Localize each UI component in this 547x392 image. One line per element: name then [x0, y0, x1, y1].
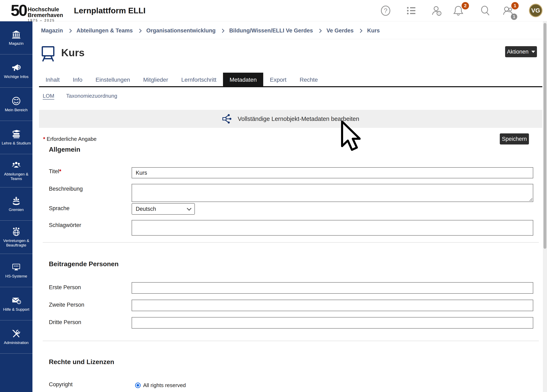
- university-logo: 50 Hochschule Bremerhaven 1975 – 2025: [11, 1, 63, 22]
- tab-mitglieder[interactable]: Mitglieder: [137, 74, 175, 86]
- sidebar-item-gremien[interactable]: Gremien: [0, 187, 33, 221]
- sidebar-item-vertretungen-beauftragte[interactable]: Vertretungen & Beauftragte: [0, 221, 33, 254]
- caret-down-icon: [531, 51, 535, 53]
- globe-people-icon: [12, 227, 21, 237]
- aktionen-button[interactable]: Aktionen: [505, 46, 537, 57]
- page-title: Kurs: [61, 47, 85, 59]
- schlagwoerter-label: Schlagwörter: [49, 222, 81, 229]
- section-heading-allgemein: Allgemein: [49, 146, 80, 153]
- svg-text:!: !: [438, 11, 440, 16]
- section-heading-rechte: Rechte und Lizenzen: [49, 358, 114, 366]
- breadcrumb-item[interactable]: Magazin: [41, 27, 63, 34]
- search-icon[interactable]: [480, 5, 491, 16]
- zweite-person-input[interactable]: [132, 300, 533, 311]
- subtab-taxonomiezuordnung[interactable]: Taxonomiezuordnung: [66, 93, 117, 99]
- sidebar-item-abteilungen-teams[interactable]: Abteilungen & Teams: [0, 154, 33, 187]
- list-menu-icon[interactable]: [405, 5, 417, 16]
- dritte-person-input[interactable]: [132, 317, 533, 329]
- sprache-select[interactable]: Deutsch: [132, 203, 195, 215]
- smiley-icon: [12, 96, 21, 106]
- course-icon: [40, 46, 56, 62]
- contacts-count-badge: 1: [511, 14, 517, 20]
- scrollbar-thumb[interactable]: [544, 23, 546, 249]
- copyright-radio-row: All rights reserved: [135, 382, 186, 389]
- breadcrumb-item-current[interactable]: Kurs: [367, 27, 380, 34]
- breadcrumb-item[interactable]: Ve Gerdes: [327, 27, 354, 34]
- sidebar-item-wichtige-infos[interactable]: Wichtige Infos: [0, 54, 33, 88]
- tools-icon: [12, 329, 21, 338]
- bank-icon: [12, 30, 21, 39]
- erste-person-label: Erste Person: [49, 284, 81, 291]
- megaphone-icon: [12, 63, 21, 73]
- top-header: 50 Hochschule Bremerhaven 1975 – 2025 Le…: [0, 0, 547, 21]
- breadcrumb-item[interactable]: Organisationsentwicklung: [146, 27, 216, 34]
- sidebar-item-mein-bereich[interactable]: Mein Bereich: [0, 88, 33, 121]
- section-divider: [43, 242, 539, 243]
- monitor-password-icon: ***: [12, 263, 21, 272]
- sprache-label: Sprache: [49, 205, 70, 212]
- committee-icon: [12, 196, 21, 205]
- copyright-label: Copyright: [49, 381, 73, 388]
- app-title: Lernplattform ELLI: [74, 6, 146, 15]
- subtab-bar: LOM Taxonomiezuordnung: [43, 93, 117, 99]
- tab-rechte[interactable]: Rechte: [293, 74, 324, 86]
- section-heading-beitragende: Beitragende Personen: [49, 260, 119, 268]
- books-graduation-icon: [12, 129, 21, 139]
- tab-inhalt[interactable]: Inhalt: [39, 74, 66, 86]
- sidebar-item-administration[interactable]: Administration: [0, 320, 33, 354]
- tab-einstellungen[interactable]: Einstellungen: [89, 74, 137, 86]
- help-icon[interactable]: ?: [380, 5, 391, 16]
- svg-text:?: ?: [384, 7, 387, 14]
- erste-person-input[interactable]: [132, 282, 533, 294]
- banner-label: Vollständige Lernobjekt-Metadaten bearbe…: [238, 115, 359, 122]
- app-root: 50 Hochschule Bremerhaven 1975 – 2025 Le…: [0, 0, 547, 392]
- chevron-right-icon: [137, 29, 142, 33]
- titel-label: Titel*: [49, 168, 62, 175]
- tab-underline: [39, 86, 542, 87]
- tab-lernfortschritt[interactable]: Lernfortschritt: [175, 74, 223, 86]
- beschreibung-label: Beschreibung: [49, 186, 83, 192]
- tab-export[interactable]: Export: [263, 74, 293, 86]
- avatar[interactable]: VG: [529, 4, 542, 17]
- breadcrumb-item[interactable]: Abteilungen & Teams: [77, 27, 133, 34]
- logo-50: 50: [11, 1, 27, 19]
- tab-info[interactable]: Info: [66, 74, 89, 86]
- chevron-right-icon: [318, 29, 322, 33]
- zweite-person-label: Zweite Person: [49, 302, 84, 308]
- sidebar-item-hilfe-support[interactable]: ? Hilfe & Support: [0, 287, 33, 320]
- svg-text:***: ***: [14, 264, 19, 269]
- people-group-icon: [12, 161, 21, 170]
- tab-metadaten[interactable]: Metadaten: [223, 73, 263, 86]
- titel-input[interactable]: [132, 167, 533, 178]
- beschreibung-field: [132, 184, 533, 202]
- user-alert-icon[interactable]: !: [431, 5, 442, 16]
- sidebar-item-hs-systeme[interactable]: *** HS-Systeme: [0, 254, 33, 287]
- chevron-down-icon: [187, 206, 191, 211]
- copyright-option-label: All rights reserved: [143, 382, 186, 389]
- sidebar-item-lehre-studium[interactable]: Lehre & Studium: [0, 121, 33, 154]
- chevron-right-icon: [68, 29, 72, 33]
- main-sidebar: Magazin Wichtige Infos Mein Bereich: [0, 21, 33, 392]
- header-divider: [39, 39, 542, 39]
- notification-count-badge: 2: [462, 2, 469, 9]
- schlagwoerter-input[interactable]: [132, 220, 533, 236]
- chevron-right-icon: [358, 29, 362, 33]
- section-divider: [43, 341, 539, 341]
- edit-full-metadata-banner[interactable]: Vollständige Lernobjekt-Metadaten bearbe…: [39, 110, 542, 128]
- subtab-lom[interactable]: LOM: [43, 93, 54, 99]
- dritte-person-label: Dritte Person: [49, 319, 81, 325]
- svg-text:?: ?: [18, 301, 20, 304]
- breadcrumb: Magazin Abteilungen & Teams Organisation…: [41, 27, 380, 34]
- sidebar-item-magazin[interactable]: Magazin: [0, 21, 33, 54]
- speichern-button[interactable]: Speichern: [500, 133, 529, 144]
- metadata-nodes-icon: [222, 114, 232, 124]
- copyright-radio-checked[interactable]: [135, 383, 141, 388]
- contacts-new-badge: 1: [511, 2, 519, 9]
- required-hint: * Erforderliche Angabe: [43, 136, 96, 142]
- chevron-right-icon: [220, 29, 225, 33]
- mail-question-icon: ?: [12, 296, 21, 305]
- beschreibung-textarea[interactable]: [132, 184, 533, 202]
- tab-bar: Inhalt Info Einstellungen Mitglieder Ler…: [39, 74, 324, 86]
- breadcrumb-item[interactable]: Bildung/Wissen/ELLI Ve Gerdes: [229, 27, 313, 34]
- sprache-selected-value: Deutsch: [136, 206, 156, 212]
